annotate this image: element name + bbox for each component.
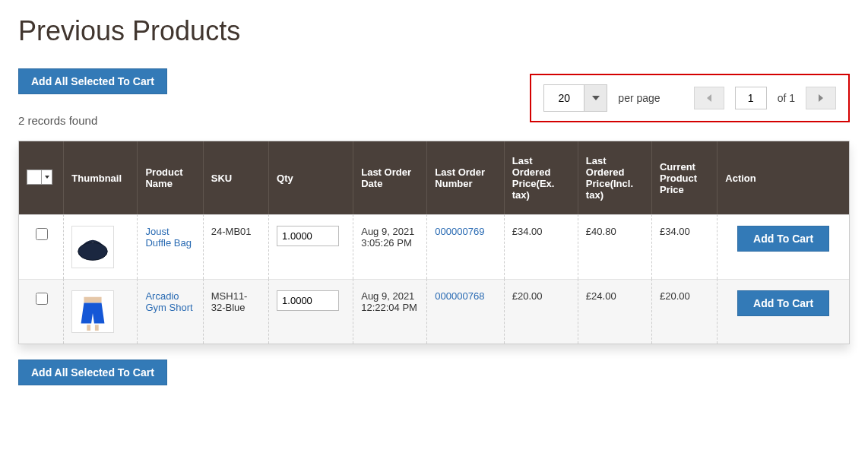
add-all-selected-top-button[interactable]: Add All Selected To Cart [18,68,167,94]
product-name-link[interactable]: Joust Duffle Bag [145,226,191,249]
sku-cell: MSH11-32-Blue [204,279,269,344]
add-all-selected-bottom-button[interactable]: Add All Selected To Cart [18,360,167,385]
current-price-cell: £20.00 [652,279,718,344]
mass-select-checkbox[interactable] [27,170,41,184]
chevron-right-icon [819,94,823,102]
row-checkbox[interactable] [36,293,48,305]
th-price-inc: Last Ordered Price(Incl. tax) [578,141,652,214]
product-name-link[interactable]: Arcadio Gym Short [145,290,192,313]
table-row: Joust Duffle Bag 24-MB01 Aug 9, 2021 3:0… [19,214,849,279]
th-action: Action [718,141,849,214]
th-sku: SKU [204,141,269,214]
order-number-link[interactable]: 000000769 [435,226,484,237]
row-checkbox[interactable] [36,228,48,240]
chevron-left-icon [707,94,711,102]
qty-input[interactable] [277,226,339,246]
qty-input[interactable] [277,290,339,311]
add-to-cart-button[interactable]: Add To Cart [737,290,829,316]
records-found-text: 2 records found [18,114,97,127]
per-page-label: per page [618,92,660,104]
page-of-text: of 1 [778,92,795,104]
th-last-order-number: Last Order Number [427,141,504,214]
order-number-link[interactable]: 000000768 [435,290,484,302]
th-qty: Qty [269,141,353,214]
th-current-price: Current Product Price [652,141,718,214]
mass-select-control[interactable] [27,169,52,185]
per-page-dropdown-button[interactable] [584,85,607,111]
price-ex-cell: £20.00 [505,279,578,344]
th-price-ex: Last Ordered Price(Ex. tax) [505,141,578,214]
th-thumbnail: Thumbnail [64,141,138,214]
current-page-input[interactable] [735,87,767,109]
chevron-down-icon [45,176,49,179]
pagination-panel: per page of 1 [530,74,850,122]
per-page-input[interactable] [544,85,584,111]
price-inc-cell: £24.00 [578,279,652,344]
price-inc-cell: £40.80 [578,214,652,279]
table-row: Arcadio Gym Short MSH11-32-Blue Aug 9, 2… [19,279,849,344]
add-to-cart-button[interactable]: Add To Cart [737,226,829,252]
th-product-name: Product Name [138,141,203,214]
product-thumbnail [71,226,114,268]
page-title: Previous Products [18,15,850,47]
prev-page-button[interactable] [694,87,724,109]
product-thumbnail [71,290,114,333]
date-cell: Aug 9, 2021 12:22:04 PM [353,279,427,344]
current-price-cell: £34.00 [652,214,718,279]
next-page-button[interactable] [806,87,836,109]
sku-cell: 24-MB01 [204,214,269,279]
date-cell: Aug 9, 2021 3:05:26 PM [353,214,427,279]
chevron-down-icon [592,96,600,100]
mass-select-dropdown[interactable] [41,170,52,184]
th-last-order-date: Last Order Date [353,141,427,214]
products-table: Thumbnail Product Name SKU Qty Last Orde… [18,141,850,344]
price-ex-cell: £34.00 [505,214,578,279]
